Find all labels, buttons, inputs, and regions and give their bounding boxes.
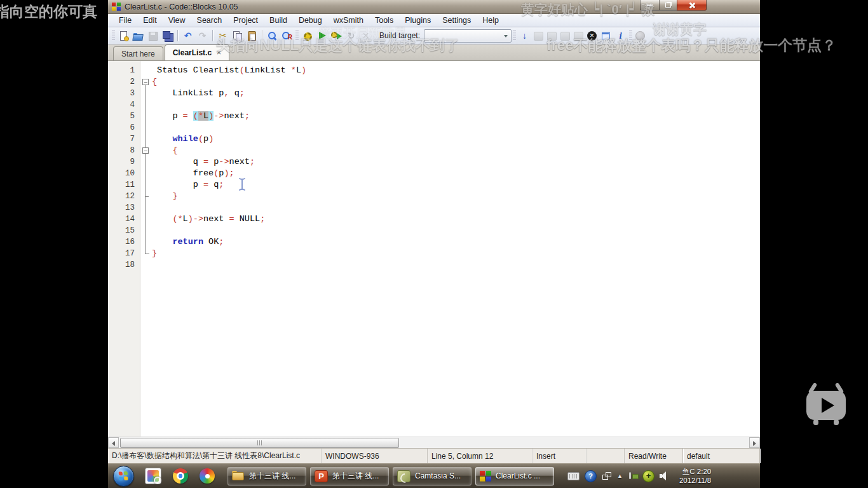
fold-margin[interactable]: [140, 122, 151, 133]
help-icon[interactable]: ?: [585, 470, 597, 482]
scrollbar-thumb[interactable]: [120, 438, 399, 448]
menu-item-file[interactable]: File: [113, 15, 137, 26]
code-text[interactable]: Status ClearList(LinkList *L): [151, 65, 306, 76]
replace-icon[interactable]: [281, 30, 292, 41]
code-line: 7 while(p): [108, 133, 760, 145]
menu-item-plugins[interactable]: Plugins: [399, 15, 437, 26]
taskbar-button-Camtasia-S-[interactable]: Camtasia S...: [393, 467, 471, 485]
code-line: 9 q = p->next;: [108, 156, 760, 168]
run-icon[interactable]: [316, 30, 327, 41]
fold-margin[interactable]: [140, 248, 151, 259]
cut-icon[interactable]: ✂: [217, 30, 228, 41]
windows-logo-icon: [119, 471, 128, 480]
menu-item-search[interactable]: Search: [191, 15, 228, 26]
fold-margin[interactable]: [140, 179, 151, 191]
new-file-icon[interactable]: [118, 30, 129, 41]
taskbar-button-ClearList-c-[interactable]: ClearList.c ...: [475, 467, 554, 485]
code-text[interactable]: {: [151, 145, 178, 156]
chrome-icon[interactable]: [173, 468, 188, 484]
undo-icon[interactable]: ↶: [182, 30, 193, 41]
open-file-icon[interactable]: [133, 30, 144, 41]
scroll-left-arrow[interactable]: [108, 437, 119, 448]
tab-start-here[interactable]: Start here: [113, 46, 163, 60]
menu-item-debug[interactable]: Debug: [293, 15, 328, 26]
menu-item-help[interactable]: Help: [477, 15, 505, 26]
fold-margin[interactable]: [140, 133, 151, 145]
keyboard-icon[interactable]: [567, 472, 580, 480]
antivirus-icon[interactable]: +: [642, 470, 654, 482]
pinwheel-app-icon[interactable]: [200, 468, 215, 484]
code-lines: 1 Status ClearList(LinkList *L)2{3 LinkL…: [108, 61, 760, 271]
tab-clearlist-c[interactable]: ClearList.c×: [165, 44, 229, 60]
debug-info-icon[interactable]: i: [615, 30, 626, 41]
fold-toggle-icon[interactable]: [140, 145, 151, 156]
find-icon[interactable]: [267, 30, 278, 41]
menu-item-wxsmith[interactable]: wxSmith: [328, 15, 369, 26]
close-button[interactable]: [677, 0, 707, 11]
save-all-icon[interactable]: [162, 30, 173, 41]
taskbar-clock[interactable]: 鱼C 2:20 2012/11/8: [679, 467, 711, 485]
taskbar-button-第十三讲-线-[interactable]: P第十三讲 线...: [310, 467, 389, 485]
taskbar-button-第十三讲-线-[interactable]: 第十三讲 线...: [227, 467, 306, 485]
code-text[interactable]: while(p): [151, 133, 214, 145]
fold-margin[interactable]: [140, 168, 151, 179]
menu-item-settings[interactable]: Settings: [437, 15, 477, 26]
debug-continue-icon[interactable]: ↓: [519, 30, 530, 41]
fold-margin[interactable]: [140, 99, 151, 111]
clock-date: 2012/11/8: [679, 476, 711, 485]
build-target-combobox[interactable]: [424, 29, 512, 43]
fold-margin[interactable]: [140, 214, 151, 225]
code-text[interactable]: [151, 99, 152, 111]
code-text[interactable]: }: [151, 191, 178, 202]
horizontal-scrollbar[interactable]: [108, 437, 760, 448]
code-line: 17}: [108, 248, 760, 259]
fold-margin[interactable]: [140, 225, 151, 236]
code-text[interactable]: q = p->next;: [151, 156, 255, 168]
code-text[interactable]: p = (*L)->next;: [151, 111, 250, 122]
debug-stop-icon[interactable]: ✕: [587, 31, 597, 41]
menu-item-view[interactable]: View: [163, 15, 191, 26]
code-text[interactable]: }: [151, 248, 157, 259]
quick-launch-area: [139, 468, 220, 484]
scroll-right-arrow[interactable]: [749, 437, 760, 448]
fold-margin[interactable]: [140, 156, 151, 168]
tab-close-icon[interactable]: ×: [217, 48, 221, 57]
code-editor[interactable]: 1 Status ClearList(LinkList *L)2{3 LinkL…: [108, 61, 760, 448]
debugging-windows-icon[interactable]: [600, 30, 611, 41]
mic-icon[interactable]: [628, 472, 637, 480]
code-text[interactable]: free(p);: [151, 168, 234, 179]
copy-icon[interactable]: [232, 30, 243, 41]
code-text[interactable]: [151, 202, 152, 214]
menu-item-tools[interactable]: Tools: [369, 15, 399, 26]
image-viewer-icon[interactable]: [145, 468, 161, 484]
code-text[interactable]: LinkList p, q;: [151, 88, 245, 99]
code-text[interactable]: {: [151, 76, 157, 88]
tray-expand-icon[interactable]: ▲: [617, 471, 623, 480]
code-text[interactable]: [151, 259, 152, 271]
code-text[interactable]: return OK;: [151, 236, 224, 248]
fold-margin[interactable]: [140, 111, 151, 122]
line-number: 5: [108, 111, 140, 122]
paste-icon[interactable]: [247, 30, 257, 41]
fold-margin[interactable]: [140, 191, 151, 202]
fold-toggle-icon[interactable]: [140, 76, 151, 88]
line-number: 3: [108, 88, 140, 99]
i-beam-cursor: [237, 177, 247, 192]
code-text[interactable]: (*L)->next = NULL;: [151, 214, 265, 225]
menu-item-project[interactable]: Project: [227, 15, 264, 26]
menu-item-edit[interactable]: Edit: [137, 15, 163, 26]
menu-item-build[interactable]: Build: [264, 15, 293, 26]
minimize-button[interactable]: [640, 0, 660, 11]
code-text[interactable]: [151, 122, 152, 133]
fold-margin[interactable]: [140, 88, 151, 99]
fold-margin[interactable]: [140, 202, 151, 214]
fold-margin[interactable]: [140, 236, 151, 248]
build-and-run-icon[interactable]: [331, 30, 342, 41]
code-text[interactable]: [151, 225, 152, 236]
start-button[interactable]: [113, 466, 134, 487]
volume-icon[interactable]: [660, 471, 670, 480]
code-text[interactable]: p = q;: [151, 179, 224, 191]
build-icon[interactable]: [302, 30, 313, 41]
restore-button[interactable]: [660, 0, 677, 11]
restore-windows-icon[interactable]: [602, 471, 612, 480]
